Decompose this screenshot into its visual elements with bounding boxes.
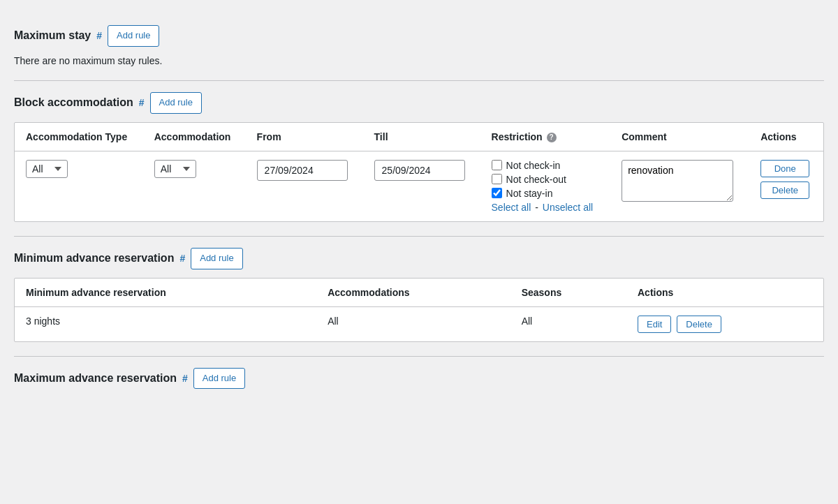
not-checkin-checkbox[interactable] [492,160,502,170]
page-wrapper: Maximum stay # Add rule There are no max… [0,0,838,504]
min-actions-cell: Edit Delete [626,306,823,341]
col-till: Till [363,123,480,151]
restriction-cell: Not check-in Not check-out Not stay-in [480,151,611,221]
not-checkin-label: Not check-in [506,160,561,171]
link-separator: - [535,202,538,213]
maximum-stay-section: Maximum stay # Add rule There are no max… [14,14,824,80]
col-min-advance: Minimum advance reservation [15,279,316,307]
delete-button[interactable]: Delete [760,181,809,199]
minimum-advance-table-container: Minimum advance reservation Accommodatio… [14,278,824,342]
minimum-value-cell: 3 nights [15,306,316,341]
restriction-info-icon[interactable]: ? [547,133,557,142]
min-delete-button[interactable]: Delete [677,316,721,333]
not-stayin-label: Not stay-in [506,188,553,199]
minimum-advance-hash: # [179,253,185,264]
not-checkout-checkbox[interactable] [492,174,502,184]
maximum-advance-section: Maximum advance reservation # Add rule [14,357,824,398]
col-actions: Actions [749,123,823,151]
block-accommodation-title: Block accommodation [14,96,133,109]
comment-textarea[interactable]: renovation [622,160,733,202]
maximum-stay-header: Maximum stay # Add rule [14,14,824,55]
block-accommodation-header: Block accommodation # Add rule [14,81,824,122]
col-seasons: Seasons [510,279,626,307]
block-accommodation-header-row: Accommodation Type Accommodation From Ti… [15,123,823,151]
till-cell [363,151,480,221]
not-stayin-row: Not stay-in [492,188,600,199]
block-accommodation-row: All All [15,151,823,221]
minimum-advance-header-row: Minimum advance reservation Accommodatio… [15,279,823,307]
comment-cell: renovation [610,151,749,221]
accommodation-type-select[interactable]: All [26,160,68,178]
col-from: From [246,123,363,151]
minimum-advance-title: Minimum advance reservation [14,252,174,265]
done-button[interactable]: Done [760,160,809,177]
minimum-advance-table: Minimum advance reservation Accommodatio… [15,279,823,341]
col-accommodation-type: Accommodation Type [15,123,143,151]
min-seasons-cell: All [510,306,626,341]
maximum-stay-add-rule-button[interactable]: Add rule [108,25,159,47]
minimum-advance-section: Minimum advance reservation # Add rule M… [14,237,824,342]
min-accommodations-cell: All [316,306,510,341]
minimum-advance-header: Minimum advance reservation # Add rule [14,237,824,278]
select-links: Select all - Unselect all [492,202,600,213]
min-edit-button[interactable]: Edit [638,316,671,333]
maximum-advance-add-rule-button[interactable]: Add rule [193,368,245,390]
select-all-button[interactable]: Select all [492,202,531,213]
block-accommodation-hash: # [139,97,145,108]
accommodation-cell: All [143,151,246,221]
from-date-input[interactable] [257,160,348,181]
minimum-advance-row: 3 nights All All Edit Delete [15,306,823,341]
block-accommodation-table: Accommodation Type Accommodation From Ti… [15,123,823,221]
maximum-advance-title: Maximum advance reservation [14,372,177,385]
minimum-advance-add-rule-button[interactable]: Add rule [191,248,242,269]
block-accommodation-add-rule-button[interactable]: Add rule [150,92,202,114]
not-checkin-row: Not check-in [492,160,600,171]
col-min-actions: Actions [626,279,823,307]
not-stayin-checkbox[interactable] [492,188,502,198]
col-comment: Comment [610,123,749,151]
maximum-stay-title: Maximum stay [14,29,91,42]
maximum-advance-hash: # [182,373,188,384]
actions-cell: Done Delete [749,151,823,221]
col-accommodation: Accommodation [143,123,246,151]
till-date-input[interactable] [374,160,465,181]
col-accommodations: Accommodations [316,279,510,307]
col-restriction: Restriction ? [480,123,611,151]
accommodation-select[interactable]: All [154,160,196,178]
not-checkout-label: Not check-out [506,174,566,185]
from-cell [246,151,363,221]
block-accommodation-section: Block accommodation # Add rule Accommoda… [14,81,824,222]
maximum-advance-header: Maximum advance reservation # Add rule [14,357,824,398]
block-accommodation-table-container: Accommodation Type Accommodation From Ti… [14,122,824,222]
maximum-stay-no-rules: There are no maximum stay rules. [14,55,824,80]
not-checkout-row: Not check-out [492,174,600,185]
unselect-all-button[interactable]: Unselect all [543,202,593,213]
maximum-stay-hash: # [96,30,102,41]
accommodation-type-cell: All [15,151,143,221]
